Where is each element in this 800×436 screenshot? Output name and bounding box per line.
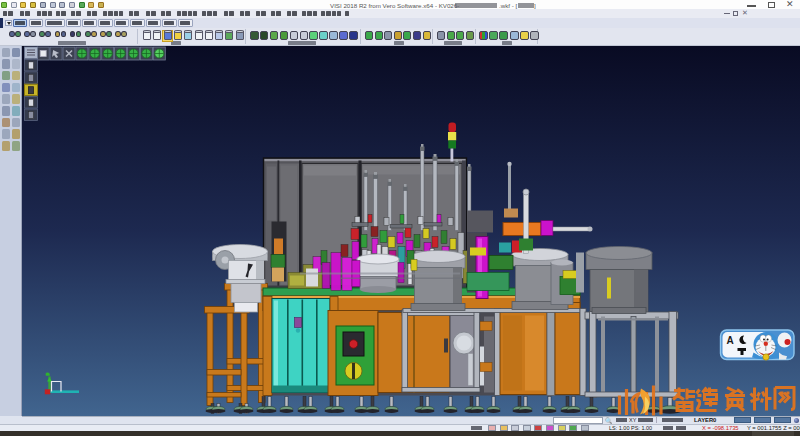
svg-text:A: A	[727, 335, 734, 346]
